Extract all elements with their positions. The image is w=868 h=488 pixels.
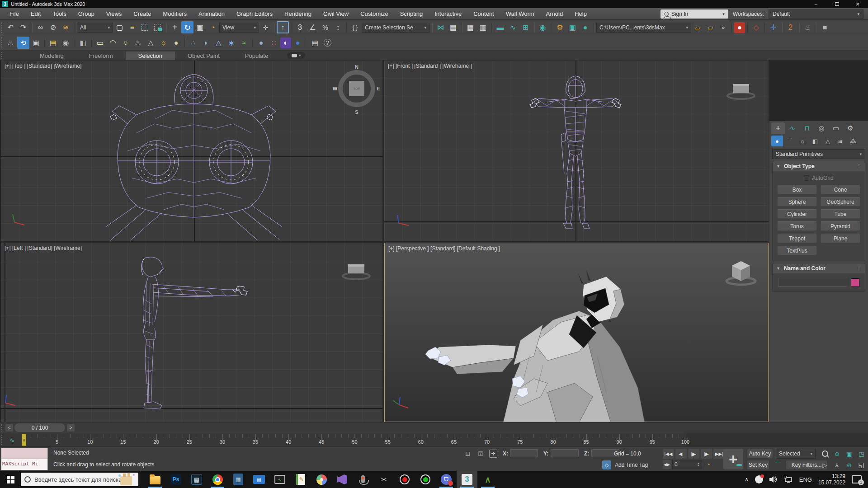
document-settings-icon[interactable]: ▤ xyxy=(309,37,321,49)
autogrid-checkbox[interactable] xyxy=(804,175,809,181)
sign-in-button[interactable]: Sign In ▾ xyxy=(660,9,728,19)
systems-category-icon[interactable]: ⁂ xyxy=(847,136,859,146)
select-and-rotate-icon[interactable]: ↻ xyxy=(181,21,193,33)
workspaces-dropdown[interactable]: Default ▾ xyxy=(769,9,863,19)
primitive-button[interactable]: Cone xyxy=(821,185,860,194)
zoom-icon[interactable] xyxy=(819,449,830,459)
object-name-field[interactable] xyxy=(778,278,847,287)
ribbon-tab[interactable]: Object Paint xyxy=(175,52,232,60)
named-selection-sets-dropdown[interactable]: Create Selection Se▾ xyxy=(362,23,429,33)
menu-item[interactable]: Help xyxy=(569,8,593,19)
viewport-left[interactable]: [+] [Left ] [Standard] [Wireframe] xyxy=(1,243,382,422)
time-slider-handle[interactable]: 0 xyxy=(22,434,26,446)
plane-light-icon[interactable]: ▭ xyxy=(94,37,106,49)
object-type-rollout-header[interactable]: ▼ Object Type ⠿ xyxy=(773,161,865,171)
primitive-button[interactable]: TextPlus xyxy=(777,246,817,255)
close-button[interactable]: ✕ xyxy=(847,0,868,8)
primitive-button[interactable]: Pyramid xyxy=(821,221,860,231)
menu-item[interactable]: Interactive xyxy=(429,8,467,19)
tray-expand-icon[interactable]: ∧ xyxy=(745,476,749,483)
zoom-extents-icon[interactable]: ▣ xyxy=(844,449,855,459)
menu-item[interactable]: File xyxy=(4,8,25,19)
zoom-extents-all-icon[interactable]: ◳ xyxy=(856,449,867,459)
toolbar-overflow-icon[interactable]: » xyxy=(717,21,729,33)
coordinate-display-icon[interactable]: ✛ xyxy=(489,450,497,458)
primitive-category-dropdown[interactable]: Standard Primitives ▾ xyxy=(772,149,865,159)
viewport-label-left[interactable]: [+] [Left ] [Standard] [Wireframe] xyxy=(5,245,82,251)
schematic-view-icon[interactable]: ⊞ xyxy=(519,21,532,33)
grass-icon[interactable]: ≈ xyxy=(238,37,250,49)
render-setup-icon[interactable]: ⚙ xyxy=(554,21,566,33)
primitive-button[interactable]: Sphere xyxy=(777,197,817,206)
primitive-button[interactable]: Tube xyxy=(821,209,860,219)
microphone-taskbar-button[interactable] xyxy=(353,471,373,488)
go-to-start-icon[interactable]: |◀◀ xyxy=(663,449,674,459)
network-icon[interactable] xyxy=(784,476,793,483)
ribbon-tab[interactable]: Modeling xyxy=(27,52,76,60)
taskbar-search[interactable]: Введите здесь текст для поиска xyxy=(21,473,138,486)
move-gizmo-icon[interactable]: ✛ xyxy=(767,21,779,33)
viewport-label-top[interactable]: [+] [Top ] [Standard] [Wireframe] xyxy=(5,63,81,69)
discord-taskbar-button[interactable]: ᗜ xyxy=(436,471,457,488)
menu-item[interactable]: Civil View xyxy=(317,8,354,19)
edit-named-selection-sets-icon[interactable]: { } xyxy=(349,21,361,33)
viewport-front[interactable]: [+] [Front ] [Standard ] [Wireframe ] xyxy=(384,61,769,241)
half-sphere-icon[interactable]: ◗ xyxy=(200,37,212,49)
isolate-selection-icon[interactable]: ⊡ xyxy=(463,449,473,459)
rendered-frame-window-icon[interactable]: ▣ xyxy=(566,21,579,33)
wire-cube-icon[interactable]: ◇ xyxy=(750,21,762,33)
spinner-snap-icon[interactable]: ↕ xyxy=(332,21,344,33)
help-circle-icon[interactable]: ? xyxy=(321,37,334,49)
set-key-button[interactable]: Set Key xyxy=(747,460,769,470)
notification-center-icon[interactable]: 1 xyxy=(852,475,862,483)
viewport-perspective[interactable]: [+] [Perspective ] [Standard] [Default S… xyxy=(384,243,769,422)
record-green-taskbar-button[interactable] xyxy=(415,471,436,488)
ribbon-tab[interactable]: Selection xyxy=(126,52,175,60)
menu-item[interactable]: Edit xyxy=(25,8,47,19)
utilities-tab-icon[interactable]: ⚙ xyxy=(844,122,857,134)
set-keys-button[interactable]: + xyxy=(723,449,743,469)
camera-light-icon[interactable]: ◉ xyxy=(60,37,72,49)
ribbon-minimize-button[interactable]: ▾ xyxy=(287,52,305,59)
hierarchy-tab-icon[interactable]: ⊓ xyxy=(800,122,814,134)
ribbon-tab[interactable]: Freeform xyxy=(76,52,126,60)
motion-tab-icon[interactable]: ◎ xyxy=(815,122,828,134)
wall-worm-icon[interactable]: 2 xyxy=(784,21,797,33)
menu-item[interactable]: Group xyxy=(72,8,100,19)
ring-light-icon[interactable]: ○ xyxy=(119,37,132,49)
selection-filter-dropdown[interactable]: All▾ xyxy=(77,23,113,33)
3ds-max-taskbar-taskbar-button[interactable]: 3 xyxy=(457,471,477,488)
maximize-viewport-icon[interactable]: ◱ xyxy=(856,460,867,470)
select-and-manipulate-icon[interactable]: ↑ xyxy=(277,21,289,33)
light-lister-icon[interactable]: ▤ xyxy=(47,37,59,49)
primitive-button[interactable]: Box xyxy=(777,185,817,194)
object-color-swatch[interactable] xyxy=(851,278,859,287)
camera-icon[interactable]: ◧ xyxy=(77,37,89,49)
teapot-object-icon[interactable]: ♨ xyxy=(132,37,144,49)
sphere-blue-icon[interactable]: ● xyxy=(255,37,267,49)
green-a-app-taskbar-button[interactable]: ∧ xyxy=(477,471,498,488)
primitive-button[interactable]: GeoSphere xyxy=(821,197,860,206)
select-and-move-icon[interactable]: + xyxy=(169,21,181,33)
key-set-dropdown[interactable]: Selected ▾ xyxy=(776,449,816,459)
reference-coordinate-dropdown[interactable]: View▾ xyxy=(219,23,259,33)
colored-balls-icon[interactable]: ∷ xyxy=(268,37,280,49)
teapot-gray-icon[interactable]: ♨ xyxy=(802,21,814,33)
calculator-taskbar-button[interactable]: ▦ xyxy=(228,471,249,488)
field-of-view-icon[interactable]: ▷ xyxy=(819,460,830,470)
lights-category-icon[interactable]: ☼ xyxy=(797,136,808,146)
script-run-icon[interactable]: ▱ xyxy=(692,21,704,33)
visual-studio-taskbar-button[interactable] xyxy=(332,471,353,488)
orbit-icon[interactable]: ⊚ xyxy=(844,460,855,470)
project-folder-dropdown[interactable]: C:\Users\PC...ents\3dsMax▾ xyxy=(596,23,691,33)
scene-explorer-icon[interactable]: ▦ xyxy=(464,21,476,33)
notepad-taskbar-button[interactable]: ✎ xyxy=(290,471,311,488)
arc-rotate-icon[interactable]: ⟲ xyxy=(17,37,29,49)
frame-counter[interactable]: 0 / 100 xyxy=(14,423,65,432)
maxscript-listener-row[interactable]: MAXScript Mi xyxy=(1,459,47,470)
viewport-top[interactable]: [+] [Top ] [Standard] [Wireframe] xyxy=(1,61,382,241)
flower-icon[interactable]: ∗ xyxy=(225,37,237,49)
undo-icon[interactable]: ↶ xyxy=(5,21,17,33)
curve-editor-icon[interactable]: ∿ xyxy=(507,21,519,33)
angle-snap-icon[interactable]: ∠ xyxy=(307,21,319,33)
